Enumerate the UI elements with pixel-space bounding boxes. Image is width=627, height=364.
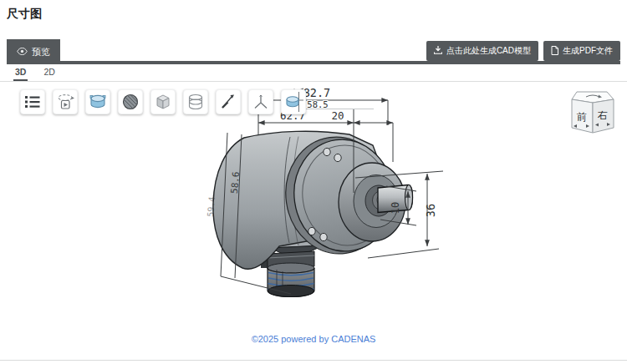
wireframe-cylinder-icon bbox=[186, 92, 206, 112]
generate-pdf-button[interactable]: 生成PDF文件 bbox=[543, 41, 620, 61]
tab-strip-underline bbox=[7, 61, 620, 64]
eye-icon bbox=[17, 47, 28, 57]
section-plane-icon bbox=[283, 92, 303, 112]
generate-cad-label: 点击此处生成CAD模型 bbox=[446, 45, 531, 57]
wireframe-cylinder-button[interactable] bbox=[183, 89, 208, 114]
shaded-view-button[interactable] bbox=[85, 89, 110, 114]
generate-pdf-label: 生成PDF文件 bbox=[563, 45, 613, 57]
page-title: 尺寸图 bbox=[7, 7, 42, 22]
dim-height: 36 bbox=[424, 204, 437, 217]
viewer-canvas[interactable]: 58.6 59.4 bbox=[0, 82, 627, 360]
dim-overall-length: 82.7 bbox=[303, 86, 331, 99]
partial-dimension-text: 59.4 bbox=[206, 196, 217, 217]
preview-tab[interactable]: 预览 bbox=[7, 39, 60, 64]
action-buttons: 点击此处生成CAD模型 生成PDF文件 bbox=[426, 41, 620, 61]
tab-2d[interactable]: 2D bbox=[42, 67, 56, 82]
model-tree-icon bbox=[23, 92, 43, 112]
cadenas-credit-link[interactable]: ©2025 powered by CADENAS bbox=[0, 334, 627, 344]
measure-icon bbox=[218, 92, 238, 112]
shaded-edges-sphere-icon bbox=[120, 92, 140, 112]
solid-cube-button[interactable] bbox=[150, 89, 176, 114]
turntable-rotate-button[interactable] bbox=[53, 89, 78, 114]
dim-shaft-length: 20 bbox=[331, 109, 344, 122]
shaded-edges-sphere-button[interactable] bbox=[118, 89, 143, 114]
model-tree-button[interactable] bbox=[20, 89, 45, 114]
preview-tab-label: 预览 bbox=[32, 46, 50, 58]
cad-viewer-page: 尺寸图 预览 点击此处生成CAD模型 生成PDF文件 3D bbox=[0, 0, 627, 364]
download-icon bbox=[434, 46, 442, 56]
viewcube-front-label: 前 bbox=[577, 111, 587, 123]
viewer-viewport: 58.6 59.4 bbox=[0, 81, 627, 361]
section-plane-button[interactable] bbox=[281, 89, 306, 114]
top-tab-strip: 预览 点击此处生成CAD模型 生成PDF文件 bbox=[7, 39, 620, 64]
measure-button[interactable] bbox=[216, 89, 241, 114]
dim-faded-length: 58.5 bbox=[307, 99, 328, 109]
viewcube-right-label: 右 bbox=[597, 109, 608, 121]
coordinate-axes-button[interactable] bbox=[248, 89, 273, 114]
dim-shaft-diameter: 10 bbox=[390, 202, 401, 214]
pdf-file-icon bbox=[551, 46, 558, 57]
generate-cad-button[interactable]: 点击此处生成CAD模型 bbox=[426, 41, 538, 61]
viewer-toolbar bbox=[20, 89, 306, 114]
turntable-rotate-icon bbox=[55, 92, 75, 112]
tab-3d[interactable]: 3D bbox=[13, 67, 28, 82]
solid-cube-icon bbox=[153, 92, 173, 112]
view-cube[interactable]: 前 右 bbox=[565, 86, 620, 139]
dimension-view-tabs: 3D 2D bbox=[13, 67, 57, 82]
shaded-view-icon bbox=[88, 92, 108, 112]
coordinate-axes-icon bbox=[251, 92, 271, 112]
